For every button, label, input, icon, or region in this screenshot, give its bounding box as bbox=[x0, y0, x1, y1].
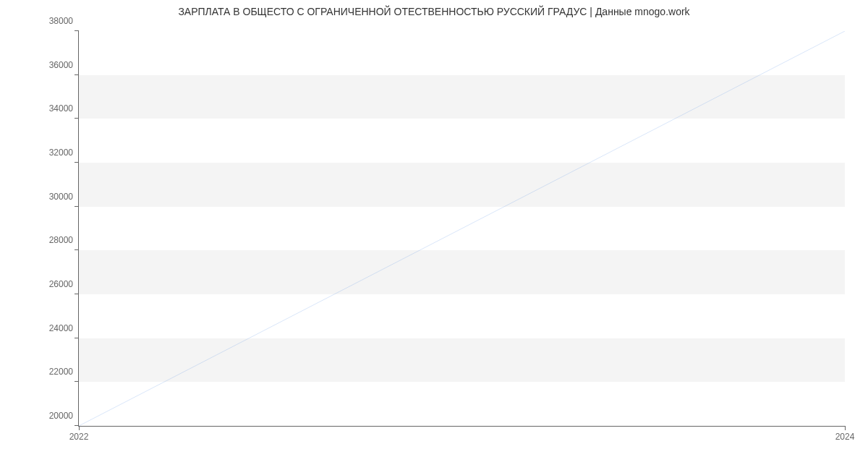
y-tick-label: 32000 bbox=[49, 148, 73, 158]
chart-plot-area: 20000 22000 24000 26000 28000 30000 3200… bbox=[78, 31, 845, 427]
grid-band bbox=[79, 163, 845, 207]
y-tick-mark bbox=[75, 381, 79, 382]
y-tick-mark bbox=[75, 338, 79, 338]
chart-title: ЗАРПЛАТА В ОБЩЕСТО С ОГРАНИЧЕННОЙ ОТЕСТВ… bbox=[0, 0, 868, 17]
x-tick-mark bbox=[845, 426, 846, 430]
y-tick-mark bbox=[75, 162, 79, 163]
y-tick-mark bbox=[75, 30, 79, 31]
y-tick-label: 20000 bbox=[49, 411, 73, 421]
y-tick-mark bbox=[75, 118, 79, 119]
y-tick-label: 26000 bbox=[49, 279, 73, 289]
y-tick-mark bbox=[75, 294, 79, 294]
x-tick-label: 2024 bbox=[835, 432, 855, 442]
grid-band bbox=[79, 250, 845, 294]
y-tick-label: 34000 bbox=[49, 103, 73, 114]
x-tick-mark bbox=[79, 426, 80, 430]
grid-band bbox=[79, 75, 845, 119]
x-tick-label: 2022 bbox=[69, 432, 89, 442]
y-tick-label: 22000 bbox=[49, 367, 73, 377]
y-tick-label: 30000 bbox=[49, 192, 73, 202]
y-tick-mark bbox=[75, 74, 79, 75]
y-tick-label: 36000 bbox=[49, 60, 73, 70]
y-tick-label: 38000 bbox=[49, 16, 73, 26]
y-tick-label: 28000 bbox=[49, 235, 73, 245]
grid-band bbox=[79, 338, 845, 383]
y-tick-mark bbox=[75, 206, 79, 207]
plot-bounds: 20000 22000 24000 26000 28000 30000 3200… bbox=[78, 31, 845, 427]
y-tick-label: 24000 bbox=[49, 323, 73, 333]
y-tick-mark bbox=[75, 249, 79, 250]
